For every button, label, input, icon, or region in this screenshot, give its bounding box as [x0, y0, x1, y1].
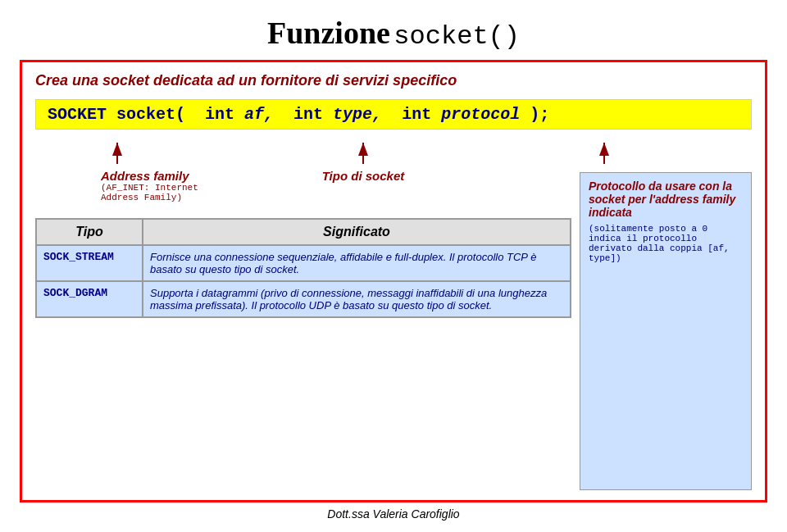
code-param1-name: af, [234, 105, 293, 124]
arrow-protocol-icon [580, 139, 629, 169]
protocol-box: Protocollo da usare con la socket per l'… [580, 172, 752, 490]
subtitle: Crea una socket dedicata ad un fornitore… [35, 72, 752, 89]
page-title: Funzione socket() [20, 15, 767, 52]
type-label: Tipo di socket [322, 169, 405, 183]
title-serif: Funzione [267, 16, 390, 50]
code-func: socket( [116, 105, 185, 124]
code-closing: ); [530, 105, 549, 124]
code-socket-keyword: SOCKET [48, 105, 107, 124]
footer: Dott.ssa Valeria Carofiglio [20, 507, 767, 521]
code-line: SOCKET socket( int af, int type, int pro… [35, 99, 752, 130]
arrow-protocol-area [580, 139, 752, 169]
table-row: SOCK_STREAM Fornisce una connessione seq… [36, 245, 571, 281]
table-header: Tipo Significato [36, 219, 571, 245]
col-significato-header: Significato [143, 219, 571, 245]
sock-dgram-type: SOCK_DGRAM [36, 281, 143, 317]
code-param2-name: type, [323, 105, 402, 124]
code-param1-kw: int [205, 105, 234, 124]
af-sub: (AF_INET: InternetAddress Family) [101, 183, 198, 202]
arrow-type-icon [347, 139, 380, 169]
protocol-sub: (solitamente posto a 0 indica il protoco… [589, 224, 743, 263]
annotation-af: Address family (AF_INET: InternetAddress… [101, 139, 248, 202]
code-param3-kw: int [402, 105, 431, 124]
protocol-title: Protocollo da usare con la socket per l'… [589, 180, 743, 219]
annotation-type: Tipo di socket [298, 139, 429, 183]
annotations-row: Address family (AF_INET: InternetAddress… [35, 139, 571, 213]
arrow-af-icon [101, 139, 134, 169]
type-table: Tipo Significato SOCK_STREAM Fornisce un… [35, 218, 571, 318]
sock-stream-desc: Fornisce una connessione sequenziale, af… [143, 245, 571, 281]
af-label: Address family [101, 169, 189, 183]
right-col: Protocollo da usare con la socket per l'… [580, 139, 752, 490]
code-funcname [107, 105, 116, 124]
content-area: Address family (AF_INET: InternetAddress… [35, 139, 752, 490]
code-param3-name: protocol [431, 105, 530, 124]
sock-stream-type: SOCK_STREAM [36, 245, 143, 281]
table-row: SOCK_DGRAM Supporta i datagrammi (privo … [36, 281, 571, 317]
col-tipo-header: Tipo [36, 219, 143, 245]
code-param2-kw: int [293, 105, 323, 124]
left-center: Address family (AF_INET: InternetAddress… [35, 139, 571, 490]
code-space1 [185, 105, 205, 124]
main-content-box: Crea una socket dedicata ad un fornitore… [20, 60, 767, 502]
title-mono: socket() [394, 21, 520, 52]
sock-dgram-desc: Supporta i datagrammi (privo di connessi… [143, 281, 571, 317]
